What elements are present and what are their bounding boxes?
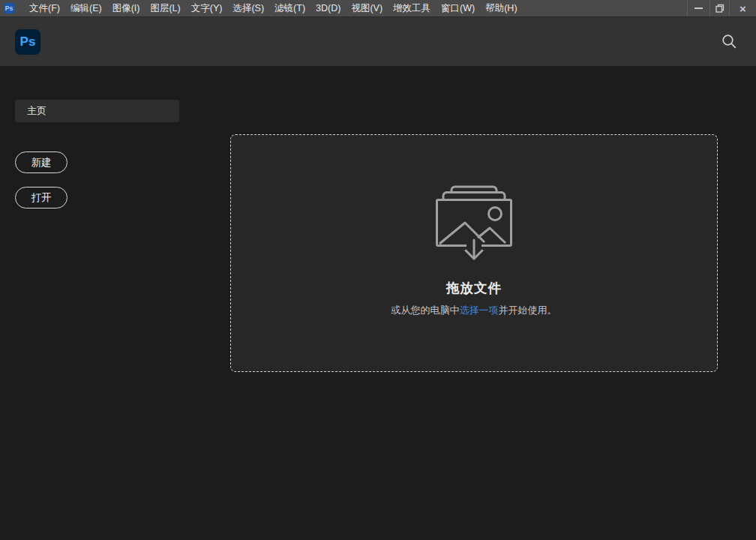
menu-edit[interactable]: 编辑(E) [65, 0, 107, 16]
window-controls: × [687, 0, 756, 16]
minimize-button[interactable] [687, 0, 710, 16]
menu-3d[interactable]: 3D(D) [310, 0, 346, 16]
open-file-button[interactable]: 打开 [15, 187, 68, 208]
menu-select[interactable]: 选择(S) [227, 0, 269, 16]
menu-view[interactable]: 视图(V) [346, 0, 388, 16]
home-label: 主页 [27, 104, 46, 118]
minimize-icon [694, 8, 703, 9]
photoshop-logo: Ps [15, 29, 40, 55]
close-icon: × [740, 3, 746, 14]
close-button[interactable]: × [729, 0, 756, 16]
new-file-button[interactable]: 新建 [15, 152, 68, 173]
subtitle-suffix: 并开始使用。 [499, 304, 557, 316]
restore-button[interactable] [710, 0, 729, 16]
search-icon [722, 34, 737, 50]
sidebar-item-home[interactable]: 主页 [15, 100, 179, 122]
search-button[interactable] [718, 32, 740, 52]
menu-help[interactable]: 帮助(H) [480, 0, 522, 16]
menu-image[interactable]: 图像(I) [107, 0, 146, 16]
subtitle-prefix: 或从您的电脑中 [392, 304, 460, 316]
menu-file[interactable]: 文件(F) [24, 0, 65, 16]
menu-window[interactable]: 窗口(W) [436, 0, 480, 16]
home-screen: 主页 新建 打开 拖放文件 或从您的电脑中选择一项并开始使用。 [0, 66, 756, 539]
select-file-link[interactable]: 选择一项 [460, 304, 499, 316]
app-icon: Ps [4, 3, 14, 14]
file-dropzone[interactable]: 拖放文件 或从您的电脑中选择一项并开始使用。 [230, 134, 718, 372]
titlebar: Ps 文件(F) 编辑(E) 图像(I) 图层(L) 文字(Y) 选择(S) 滤… [0, 0, 756, 17]
dropzone-title: 拖放文件 [446, 279, 502, 297]
menu-filter[interactable]: 滤镜(T) [269, 0, 310, 16]
menu-layer[interactable]: 图层(L) [145, 0, 185, 16]
restore-icon [716, 4, 724, 13]
image-stack-download-icon [435, 184, 513, 262]
app-header: Ps [0, 17, 756, 66]
menu-bar: 文件(F) 编辑(E) 图像(I) 图层(L) 文字(Y) 选择(S) 滤镜(T… [24, 0, 523, 16]
dropzone-subtitle: 或从您的电脑中选择一项并开始使用。 [392, 304, 557, 317]
menu-plugins[interactable]: 增效工具 [388, 0, 436, 16]
menu-type[interactable]: 文字(Y) [186, 0, 228, 16]
